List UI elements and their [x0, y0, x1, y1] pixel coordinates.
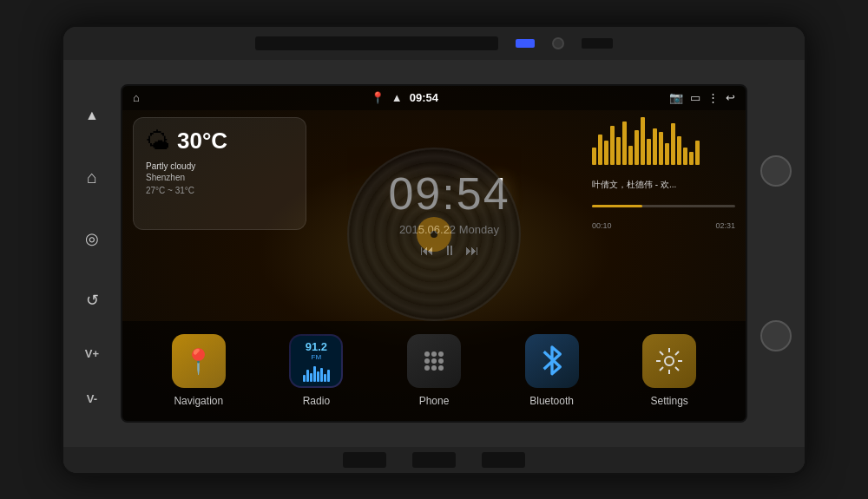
status-time: 09:54 — [410, 91, 438, 104]
music-total: 02:31 — [715, 221, 735, 230]
weather-widget: 🌤 30°C Partly cloudy Shenzhen 27°C ~ 31°… — [133, 117, 306, 230]
radio-frequency: 91.2 — [306, 340, 327, 353]
vinyl-center — [417, 217, 451, 252]
eject-btn[interactable]: ▲ — [77, 101, 107, 130]
music-elapsed: 00:10 — [592, 221, 612, 230]
svg-line-14 — [660, 351, 663, 355]
radio-icon-wrapper: 91.2 FM — [289, 334, 343, 388]
menu-icon[interactable]: ⋮ — [707, 91, 719, 104]
svg-point-8 — [438, 365, 444, 371]
svg-line-17 — [660, 367, 663, 371]
settings-icon-wrapper — [642, 334, 696, 388]
app-item-phone[interactable]: Phone — [407, 334, 461, 407]
music-title: 叶倩文，杜德伟 - 欢... — [592, 179, 735, 191]
bluetooth-label: Bluetooth — [529, 395, 574, 407]
svg-point-6 — [424, 365, 430, 371]
usb-slot — [582, 38, 613, 49]
vinyl-area — [321, 148, 547, 321]
eject-button[interactable] — [552, 37, 564, 49]
navigation-label: Navigation — [174, 395, 223, 407]
car-unit: ▲ ⌂ ◎ ↺ V+ V- ⌂ 📍 ▲ 09:54 — [61, 24, 807, 476]
radio-bars — [303, 364, 330, 382]
home-icon[interactable]: ⌂ — [133, 91, 140, 104]
led-indicator — [516, 39, 535, 48]
status-bar: ⌂ 📍 ▲ 09:54 📷 ▭ ⋮ ↩ — [122, 86, 746, 110]
svg-line-15 — [675, 367, 679, 371]
bluetooth-icon — [539, 344, 565, 378]
navigation-icon-wrapper: 📍 — [172, 334, 226, 388]
svg-point-7 — [431, 365, 437, 371]
app-dock: 📍 Navigation 91.2 FM — [122, 321, 746, 421]
wifi-icon: ▲ — [391, 91, 403, 104]
settings-icon — [653, 345, 686, 378]
vol-down-btn[interactable]: V- — [87, 392, 97, 405]
vinyl-record — [347, 148, 521, 321]
svg-line-16 — [675, 351, 679, 355]
phone-icon-wrapper — [407, 334, 461, 388]
svg-point-0 — [424, 351, 430, 357]
svg-point-9 — [665, 357, 674, 365]
music-widget: 叶倩文，杜德伟 - 欢... 00:10 02:31 — [592, 117, 735, 230]
vol-up-btn[interactable]: V+ — [85, 347, 99, 360]
bottom-slot-1 — [343, 452, 386, 468]
settings-label: Settings — [650, 395, 687, 407]
phone-label: Phone — [419, 395, 450, 407]
screen-background: ⌂ 📍 ▲ 09:54 📷 ▭ ⋮ ↩ — [122, 86, 746, 421]
radio-screen: 91.2 FM — [291, 336, 341, 386]
left-controls: ▲ ⌂ ◎ ↺ V+ V- — [70, 89, 114, 418]
music-progress-fill — [592, 205, 642, 207]
bottom-slot-2 — [412, 452, 456, 468]
bottom-bar — [63, 447, 805, 473]
status-right: 📷 ▭ ⋮ ↩ — [669, 91, 735, 104]
main-screen: ⌂ 📍 ▲ 09:54 📷 ▭ ⋮ ↩ — [121, 84, 747, 423]
music-time: 00:10 02:31 — [592, 221, 735, 230]
svg-point-4 — [431, 358, 437, 364]
disc-slot — [255, 36, 498, 50]
android-back-icon[interactable]: ↩ — [726, 91, 735, 104]
svg-point-5 — [438, 358, 444, 364]
location-icon: 📍 — [371, 91, 385, 104]
nav-btn[interactable]: ◎ — [77, 224, 107, 253]
vinyl-hole — [431, 231, 437, 238]
navigation-icon: 📍 — [183, 347, 214, 376]
music-progress-bar[interactable] — [592, 205, 735, 207]
weather-top: 🌤 30°C — [146, 127, 293, 155]
music-visualizer — [592, 117, 735, 165]
status-left: ⌂ — [133, 91, 140, 104]
top-bar — [63, 27, 805, 60]
weather-range: 27°C ~ 31°C — [146, 186, 293, 195]
home-btn[interactable]: ⌂ — [77, 162, 107, 192]
weather-city: Shenzhen — [146, 173, 293, 182]
back-btn[interactable]: ↺ — [77, 286, 107, 315]
phone-dialpad-icon — [418, 345, 450, 377]
svg-point-2 — [438, 351, 444, 357]
radio-label: Radio — [303, 395, 330, 407]
bottom-slot-3 — [482, 452, 525, 468]
app-item-settings[interactable]: Settings — [642, 334, 696, 407]
battery-icon: ▭ — [690, 91, 700, 104]
main-area: ▲ ⌂ ◎ ↺ V+ V- ⌂ 📍 ▲ 09:54 — [63, 60, 805, 447]
right-btn-2[interactable] — [760, 320, 792, 351]
camera-icon: 📷 — [669, 91, 683, 104]
right-controls — [754, 89, 798, 418]
app-item-navigation[interactable]: 📍 Navigation — [172, 334, 226, 407]
svg-point-1 — [431, 351, 437, 357]
app-item-bluetooth[interactable]: Bluetooth — [525, 334, 579, 407]
weather-condition: Partly cloudy — [146, 161, 293, 173]
app-item-radio[interactable]: 91.2 FM — [289, 334, 343, 407]
weather-temp: 30°C — [177, 128, 227, 154]
weather-icon: 🌤 — [146, 127, 170, 155]
bluetooth-icon-wrapper — [525, 334, 579, 388]
right-btn-1[interactable] — [760, 155, 792, 187]
svg-point-3 — [424, 358, 430, 364]
status-center: 📍 ▲ 09:54 — [371, 91, 438, 104]
